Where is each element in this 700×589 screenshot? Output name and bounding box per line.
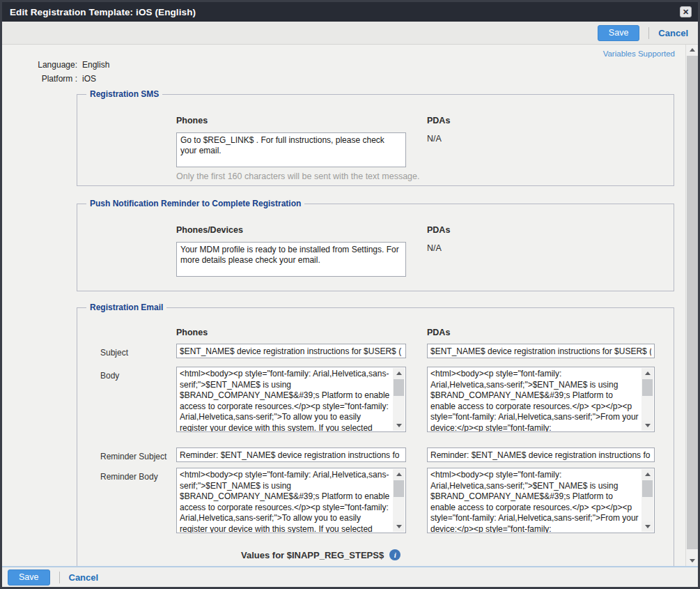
dialog-scrollbar[interactable] bbox=[685, 45, 698, 566]
chevron-up-icon[interactable] bbox=[393, 469, 405, 480]
variables-supported-link[interactable]: Variables Supported bbox=[603, 49, 675, 58]
subject-phones-input[interactable] bbox=[176, 344, 406, 358]
reminder-body-label: Reminder Body bbox=[100, 472, 158, 482]
scrollbar-thumb[interactable] bbox=[394, 480, 404, 497]
chevron-up-icon[interactable] bbox=[641, 469, 653, 480]
reminder-subject-pdas-input[interactable] bbox=[427, 448, 655, 462]
registration-email-fieldset: Registration Email Phones PDAs Subject B… bbox=[77, 303, 674, 566]
body-phones-textarea[interactable]: <html><body><p style="font-family: Arial… bbox=[176, 367, 406, 432]
chevron-down-icon[interactable] bbox=[641, 420, 653, 431]
info-icon[interactable]: i bbox=[389, 549, 400, 560]
chevron-up-icon[interactable] bbox=[686, 45, 698, 55]
bottom-toolbar: Save Cancel bbox=[2, 566, 698, 587]
reminder-subject-phones-input[interactable] bbox=[176, 448, 406, 462]
reminder-body-pdas-textarea[interactable]: <html><body><p style="font-family: Arial… bbox=[427, 468, 655, 533]
scrollbar-thumb[interactable] bbox=[642, 379, 653, 396]
sms-phones-textarea[interactable]: Go to $REG_LINK$ . For full instructions… bbox=[176, 132, 406, 167]
registration-email-legend: Registration Email bbox=[86, 303, 166, 312]
sms-pdas-value: N/A bbox=[427, 134, 442, 144]
close-icon[interactable]: ✕ bbox=[680, 6, 692, 17]
push-phones-textarea[interactable]: Your MDM profile is ready to be installe… bbox=[176, 242, 406, 277]
body-label: Body bbox=[100, 371, 119, 381]
email-pdas-header: PDAs bbox=[427, 328, 450, 337]
platform-row: Platform : iOS bbox=[2, 72, 109, 86]
edit-registration-template-dialog: Edit Registration Template: iOS (English… bbox=[0, 0, 700, 589]
scrollbar-thumb[interactable] bbox=[687, 56, 698, 549]
subject-pdas-input[interactable] bbox=[427, 344, 655, 358]
cancel-link-top[interactable]: Cancel bbox=[658, 28, 688, 38]
template-meta: Language: English Platform : iOS bbox=[2, 58, 109, 86]
registration-sms-fieldset: Registration SMS Phones PDAs Go to $REG_… bbox=[77, 89, 674, 186]
scrollbar-thumb[interactable] bbox=[642, 480, 653, 497]
body-phones-scrollbar[interactable] bbox=[393, 368, 405, 431]
push-pdas-value: N/A bbox=[427, 243, 442, 253]
sms-pdas-header: PDAs bbox=[427, 116, 450, 125]
chevron-down-icon[interactable] bbox=[393, 521, 405, 532]
email-phones-header: Phones bbox=[176, 328, 208, 337]
reminder-body-pdas-scrollbar[interactable] bbox=[641, 469, 653, 532]
body-pdas-textarea[interactable]: <html><body><p style="font-family: Arial… bbox=[427, 367, 655, 432]
inapp-reg-steps-row: Values for $INAPP_REG_STEPS$ i bbox=[241, 549, 400, 560]
chevron-down-icon[interactable] bbox=[393, 420, 405, 431]
push-phones-header: Phones/Devices bbox=[176, 225, 243, 235]
save-button-bottom[interactable]: Save bbox=[8, 569, 50, 586]
reminder-body-phones-scrollbar[interactable] bbox=[393, 469, 405, 532]
scrollbar-thumb[interactable] bbox=[394, 379, 404, 396]
chevron-down-icon[interactable] bbox=[641, 521, 653, 532]
body-pdas-scrollbar[interactable] bbox=[641, 368, 653, 431]
chevron-up-icon[interactable] bbox=[641, 368, 653, 378]
language-value: English bbox=[82, 60, 109, 70]
dialog-content: Variables Supported Language: English Pl… bbox=[2, 45, 698, 566]
body-pdas-text: <html><body><p style="font-family: Arial… bbox=[430, 369, 639, 431]
body-phones-text: <html><body><p style="font-family: Arial… bbox=[180, 369, 390, 431]
cancel-link-bottom[interactable]: Cancel bbox=[69, 572, 99, 583]
reminder-subject-label: Reminder Subject bbox=[100, 452, 166, 461]
chevron-up-icon[interactable] bbox=[393, 368, 405, 378]
top-toolbar: Save Cancel bbox=[2, 22, 698, 45]
platform-label: Platform : bbox=[2, 74, 82, 84]
save-button-top[interactable]: Save bbox=[598, 25, 640, 41]
reminder-body-phones-text: <html><body><p style="font-family: Arial… bbox=[180, 470, 390, 533]
dialog-title-bar: Edit Registration Template: iOS (English… bbox=[2, 2, 698, 22]
reminder-body-pdas-text: <html><body><p style="font-family: Arial… bbox=[430, 470, 639, 533]
push-pdas-header: PDAs bbox=[427, 225, 450, 235]
chevron-down-icon[interactable] bbox=[686, 556, 698, 566]
language-label: Language: bbox=[2, 60, 82, 70]
toolbar-divider bbox=[648, 27, 649, 39]
bottombar-divider bbox=[59, 572, 60, 583]
dialog-title: Edit Registration Template: iOS (English… bbox=[10, 7, 196, 17]
sms-phones-header: Phones bbox=[176, 116, 208, 125]
subject-label: Subject bbox=[100, 348, 128, 358]
sms-character-hint: Only the first 160 characters will be se… bbox=[176, 171, 419, 181]
platform-value: iOS bbox=[82, 74, 96, 84]
reminder-body-phones-textarea[interactable]: <html><body><p style="font-family: Arial… bbox=[176, 468, 406, 533]
registration-sms-legend: Registration SMS bbox=[86, 89, 162, 99]
push-notification-legend: Push Notification Reminder to Complete R… bbox=[86, 199, 304, 208]
values-for-label: Values for $INAPP_REG_STEPS$ bbox=[241, 550, 384, 560]
language-row: Language: English bbox=[2, 58, 109, 72]
push-notification-fieldset: Push Notification Reminder to Complete R… bbox=[77, 199, 674, 291]
